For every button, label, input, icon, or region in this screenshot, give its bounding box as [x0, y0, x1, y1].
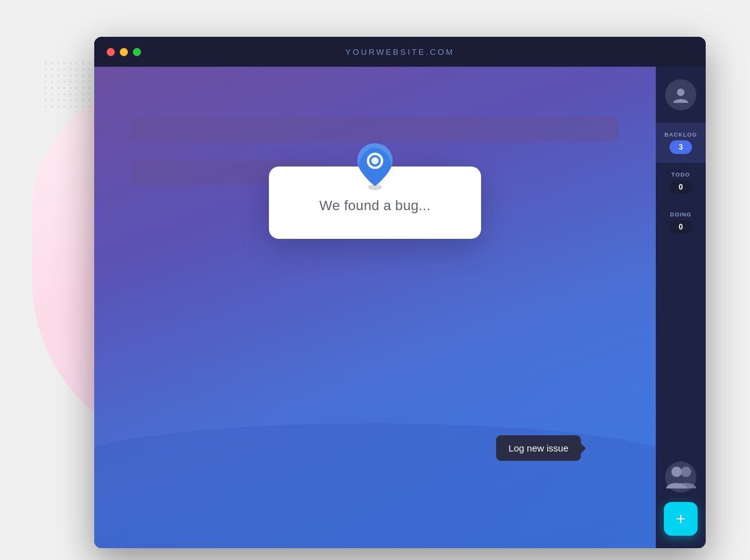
svg-rect-1	[44, 62, 94, 112]
doing-label: DOING	[670, 211, 692, 218]
sidebar-todo-section[interactable]: TODO 0	[656, 163, 706, 203]
avatar-top	[665, 79, 696, 110]
log-new-issue-tooltip: Log new issue	[496, 435, 581, 461]
bug-message: We found a bug...	[294, 198, 456, 214]
dotted-decoration	[44, 62, 94, 112]
sidebar-doing-section[interactable]: DOING 0	[656, 203, 706, 243]
add-button[interactable]: +	[664, 502, 698, 536]
fake-content-bar-1	[132, 117, 618, 142]
browser-titlebar: YOURWEBSITE.COM	[94, 37, 706, 67]
close-button[interactable]	[107, 48, 115, 56]
backlog-label: BACKLOG	[665, 132, 698, 138]
svg-point-5	[677, 89, 684, 96]
website-preview: We found a bug... Log new issue	[94, 67, 656, 548]
svg-point-6	[671, 466, 682, 477]
content-area: We found a bug... Log new issue BACKLOG	[94, 67, 706, 548]
url-bar: YOURWEBSITE.COM	[346, 47, 455, 57]
svg-point-3	[367, 153, 383, 169]
backlog-badge: 3	[670, 140, 692, 154]
browser-window: YOURWEBSITE.COM	[94, 37, 706, 548]
bug-popup-card: We found a bug...	[269, 167, 481, 239]
pin-icon	[353, 140, 397, 190]
svg-point-7	[681, 466, 691, 477]
maximize-button[interactable]	[133, 48, 141, 56]
sidebar: BACKLOG 3 TODO 0 DOING 0	[656, 67, 706, 548]
add-icon: +	[676, 510, 686, 528]
todo-label: TODO	[671, 171, 690, 178]
sidebar-backlog-section[interactable]: BACKLOG 3	[656, 123, 706, 163]
doing-badge: 0	[670, 220, 692, 234]
minimize-button[interactable]	[120, 48, 128, 56]
traffic-lights	[107, 48, 141, 56]
todo-badge: 0	[670, 180, 692, 194]
avatar-bottom	[665, 461, 696, 493]
